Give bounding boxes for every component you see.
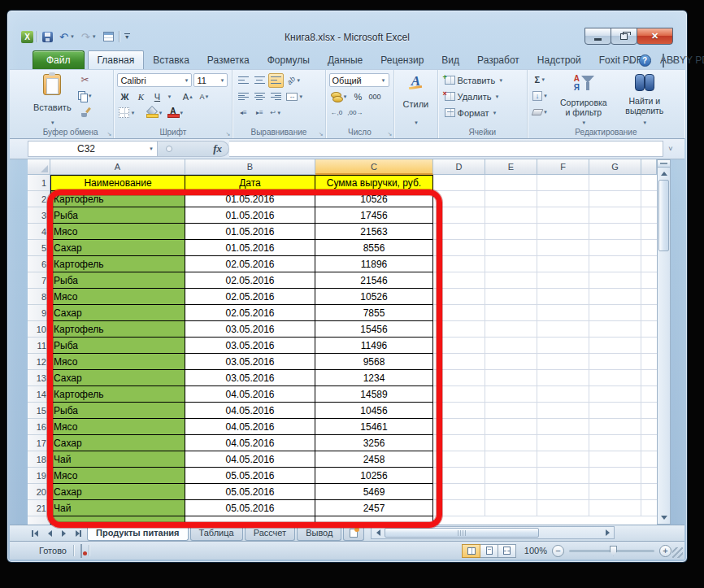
cell-empty[interactable] <box>485 386 537 403</box>
format-cells-button[interactable]: Формат▼ <box>445 105 524 120</box>
cell-empty[interactable] <box>485 289 537 305</box>
column-header[interactable] <box>641 159 657 175</box>
fill-button[interactable]: ↓▼ <box>531 89 550 103</box>
column-header[interactable]: A <box>50 159 185 175</box>
header-cell-date[interactable]: Дата <box>185 175 315 191</box>
cell-empty[interactable] <box>537 207 589 224</box>
cell-empty[interactable] <box>589 403 641 419</box>
alignment-dialog-launcher[interactable]: ↘ <box>319 131 324 137</box>
cell-empty[interactable] <box>589 321 641 338</box>
column-header[interactable]: G <box>589 159 641 175</box>
font-size-dropdown-icon[interactable]: ▼ <box>219 78 224 83</box>
cell-empty[interactable] <box>485 240 537 256</box>
cell-empty[interactable] <box>589 207 641 224</box>
cell-empty[interactable] <box>641 419 657 435</box>
paste-dropdown-icon[interactable]: ▼ <box>50 120 55 125</box>
cell-empty[interactable] <box>485 468 537 484</box>
sort-filter-dropdown-icon[interactable]: ▼ <box>581 120 586 125</box>
cell-empty[interactable] <box>641 256 657 272</box>
workbook-restore-button[interactable] <box>663 54 664 67</box>
cell-empty[interactable] <box>641 207 657 224</box>
cell-empty[interactable] <box>537 386 589 403</box>
zoom-slider-thumb[interactable] <box>610 546 617 556</box>
underline-dropdown-icon[interactable]: ▼ <box>167 94 172 99</box>
cell-empty[interactable] <box>589 256 641 272</box>
cell-empty[interactable] <box>537 370 589 386</box>
ribbon-tab[interactable]: Вставка <box>144 51 198 69</box>
title-bar[interactable]: X ↶ ▼ ↷ ▼ ▼ Книга8.xlsx - Microsoft Exce… <box>10 11 684 50</box>
cell-empty[interactable] <box>485 435 537 451</box>
cell-empty[interactable] <box>589 386 641 403</box>
name-box[interactable]: C32 ▼ <box>28 141 158 157</box>
align-bottom-button[interactable] <box>268 73 284 88</box>
cell-empty[interactable] <box>537 240 589 256</box>
previous-sheet-button[interactable] <box>43 527 56 540</box>
cell-empty[interactable] <box>537 468 589 484</box>
last-sheet-button[interactable] <box>71 527 84 540</box>
vertical-scroll-track[interactable] <box>658 251 670 512</box>
zoom-in-button[interactable]: + <box>659 545 671 557</box>
formula-input[interactable] <box>229 141 663 157</box>
cell-empty[interactable] <box>589 191 641 207</box>
cell-empty[interactable] <box>485 338 537 354</box>
cell-empty[interactable] <box>485 256 537 272</box>
align-right-button[interactable] <box>268 89 283 104</box>
cell-empty[interactable] <box>641 240 657 256</box>
find-select-button[interactable]: Найти и выделить ▼ <box>618 72 671 127</box>
decrease-decimal-button[interactable]: ,00→ <box>345 106 364 120</box>
scroll-left-button[interactable] <box>372 527 385 538</box>
delete-cells-button[interactable]: Удалить▼ <box>445 89 524 104</box>
header-cell-sum[interactable]: Сумма выручки, руб. <box>315 175 433 191</box>
cell-empty[interactable] <box>589 224 641 240</box>
cell-empty[interactable] <box>485 451 537 468</box>
close-button[interactable]: ✕ <box>637 28 673 45</box>
cell-empty[interactable] <box>485 175 537 191</box>
cell-empty[interactable] <box>589 289 641 305</box>
cell-empty[interactable] <box>537 305 589 321</box>
ribbon-tab[interactable]: Главная <box>88 50 145 69</box>
cell-empty[interactable] <box>641 321 657 338</box>
ribbon-tab[interactable]: Данные <box>319 51 372 69</box>
cell-empty[interactable] <box>641 370 657 386</box>
column-header[interactable]: E <box>485 159 537 175</box>
cell-empty[interactable] <box>589 484 641 500</box>
cell-empty[interactable] <box>641 338 657 354</box>
merge-dropdown-icon[interactable]: ▼ <box>298 94 303 99</box>
cell-empty[interactable] <box>641 484 657 500</box>
next-sheet-button[interactable] <box>57 527 70 540</box>
cut-button[interactable]: ✂ <box>76 72 94 87</box>
font-dialog-launcher[interactable]: ↘ <box>225 131 230 137</box>
column-header[interactable]: B <box>185 159 315 175</box>
autosum-button[interactable]: Σ▼ <box>531 72 550 87</box>
ribbon-tab[interactable]: Рецензир <box>372 51 432 69</box>
cell-empty[interactable] <box>641 272 657 289</box>
page-layout-view-button[interactable] <box>480 544 498 558</box>
first-sheet-button[interactable] <box>29 527 42 540</box>
normal-view-button[interactable] <box>462 544 480 558</box>
cell-empty[interactable] <box>589 240 641 256</box>
insert-cells-dropdown-icon[interactable]: ▼ <box>498 78 503 83</box>
cell-empty[interactable] <box>485 321 537 338</box>
workbook-close-button[interactable]: ✕ <box>670 54 676 67</box>
cell-empty[interactable] <box>537 451 589 468</box>
split-handle[interactable] <box>658 160 670 168</box>
font-family-dropdown-icon[interactable]: ▼ <box>184 78 189 83</box>
align-left-button[interactable] <box>236 89 250 104</box>
ribbon-tab[interactable]: Разработ <box>468 51 528 69</box>
ribbon-tab[interactable]: Формулы <box>259 51 319 69</box>
percent-button[interactable]: % <box>351 89 366 104</box>
find-select-dropdown-icon[interactable]: ▼ <box>642 120 647 125</box>
help-button[interactable]: ? <box>639 54 651 67</box>
orientation-button[interactable]: ab▼ <box>285 73 302 88</box>
cell-empty[interactable] <box>589 370 641 386</box>
cell-empty[interactable] <box>589 354 641 370</box>
zoom-out-button[interactable]: − <box>552 545 564 557</box>
cell-empty[interactable] <box>537 191 589 207</box>
cell-empty[interactable] <box>485 419 537 435</box>
ribbon-tab[interactable]: Файл <box>33 50 85 69</box>
bold-button[interactable]: Ж <box>117 89 132 104</box>
merge-center-button[interactable]: ↔▼ <box>285 89 305 104</box>
font-size-combo[interactable]: 11▼ <box>193 73 228 87</box>
horizontal-scrollbar[interactable] <box>371 526 615 539</box>
comma-style-button[interactable]: 000 <box>367 89 383 104</box>
